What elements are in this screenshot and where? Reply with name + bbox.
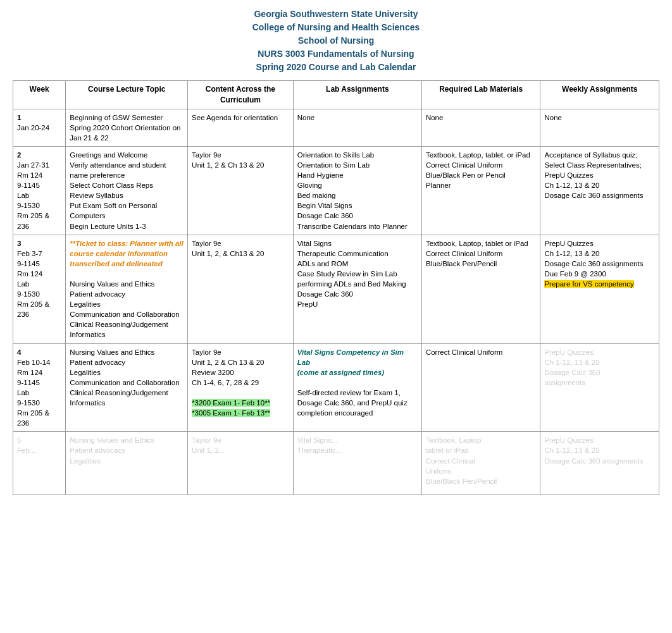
vital-signs-competency: Vital Signs Competency in Sim Lab (come … xyxy=(297,348,404,376)
table-row: 1 Jan 20-24 Beginning of GSW Semester Sp… xyxy=(13,109,659,146)
weekly-2: Acceptance of Syllabus quiz; Select Clas… xyxy=(540,146,659,235)
lecture-5: Nursing Values and Ethics Patient advoca… xyxy=(66,432,188,495)
lab-1: None xyxy=(293,109,421,146)
lecture-4: Nursing Values and Ethics Patient advoca… xyxy=(66,343,188,432)
header-line2: College of Nursing and Health Sciences xyxy=(0,21,672,34)
table-row: 4 Feb 10-14 Rm 124 9-1145 Lab 9-1530 Rm … xyxy=(13,343,659,432)
lab-3: Vital Signs Therapeutic Communication AD… xyxy=(293,235,421,343)
lecture-3: **Ticket to class: Planner with all cour… xyxy=(66,235,188,343)
lab-5: Vital Signs... Therapeutic... xyxy=(293,432,421,495)
week-1: 1 Jan 20-24 xyxy=(13,109,66,146)
week-5: 5Feb... xyxy=(13,432,66,495)
week-2: 2 Jan 27-31 Rm 124 9-1145 Lab 9-1530 Rm … xyxy=(13,146,66,235)
table-row: 5Feb... Nursing Values and Ethics Patien… xyxy=(13,432,659,495)
content-5: Taylor 9e Unit 1, 2... xyxy=(188,432,294,495)
col-header-content: Content Across the Curriculum xyxy=(188,81,294,109)
course-calendar-table: Week Course Lecture Topic Content Across… xyxy=(13,80,659,495)
required-5: Textbook, Laptop tablet or iPad Correct … xyxy=(421,432,540,495)
col-header-weekly: Weekly Assignments xyxy=(540,81,659,109)
week-3: 3 Feb 3-7 9-1145 Rm 124 Lab 9-1530 Rm 20… xyxy=(13,235,66,343)
header-line3: School of Nursing xyxy=(0,34,672,47)
weekly-5: PrepU Quizzes Ch 1-12, 13 & 20 Dosage Ca… xyxy=(540,432,659,495)
lab-2: Orientation to Skills Lab Orientation to… xyxy=(293,146,421,235)
content-3: Taylor 9e Unit 1, 2, & Ch13 & 20 xyxy=(188,235,294,343)
exam-highlight-1: *3200 Exam 1- Feb 10** xyxy=(192,399,270,407)
exam-highlight-2: *3005 Exam 1- Feb 13** xyxy=(192,409,270,417)
required-3: Textbook, Laptop, tablet or iPad Correct… xyxy=(421,235,540,343)
required-4: Correct Clinical Uniform xyxy=(421,343,540,432)
header-line4: NURS 3003 Fundamentals of Nursing xyxy=(0,47,672,61)
table-row: 3 Feb 3-7 9-1145 Rm 124 Lab 9-1530 Rm 20… xyxy=(13,235,659,343)
vs-competency-highlight: Prepare for VS competency xyxy=(544,280,633,288)
header-line1: Georgia Southwestern State University xyxy=(0,8,672,21)
ticket-to-class-highlight: **Ticket to class: Planner with all cour… xyxy=(70,240,183,267)
content-1: See Agenda for orientation xyxy=(188,109,294,146)
required-1: None xyxy=(421,109,540,146)
col-header-lecture: Course Lecture Topic xyxy=(66,81,188,109)
lecture-2: Greetings and Welcome Verify attendance … xyxy=(66,146,188,235)
content-4: Taylor 9e Unit 1, 2 & Ch 13 & 20 Review … xyxy=(188,343,294,432)
table-row: 2 Jan 27-31 Rm 124 9-1145 Lab 9-1530 Rm … xyxy=(13,146,659,235)
header-line5: Spring 2020 Course and Lab Calendar xyxy=(0,61,672,74)
lecture-1: Beginning of GSW Semester Spring 2020 Co… xyxy=(66,109,188,146)
weekly-1: None xyxy=(540,109,659,146)
col-header-lab: Lab Assignments xyxy=(293,81,421,109)
table-container: Week Course Lecture Topic Content Across… xyxy=(0,80,672,508)
required-2: Textbook, Laptop, tablet, or iPad Correc… xyxy=(421,146,540,235)
content-2: Taylor 9e Unit 1, 2 & Ch 13 & 20 xyxy=(188,146,294,235)
weekly-4: PrepU Quizzes Ch 1-12, 13 & 20 Dosage Ca… xyxy=(540,343,659,432)
col-header-required: Required Lab Materials xyxy=(421,81,540,109)
weekly-3: PrepU Quizzes Ch 1-12, 13 & 20 Dosage Ca… xyxy=(540,235,659,343)
week-4: 4 Feb 10-14 Rm 124 9-1145 Lab 9-1530 Rm … xyxy=(13,343,66,432)
lab-4: Vital Signs Competency in Sim Lab (come … xyxy=(293,343,421,432)
page-header: Georgia Southwestern State University Co… xyxy=(0,0,672,80)
col-header-week: Week xyxy=(13,81,66,109)
